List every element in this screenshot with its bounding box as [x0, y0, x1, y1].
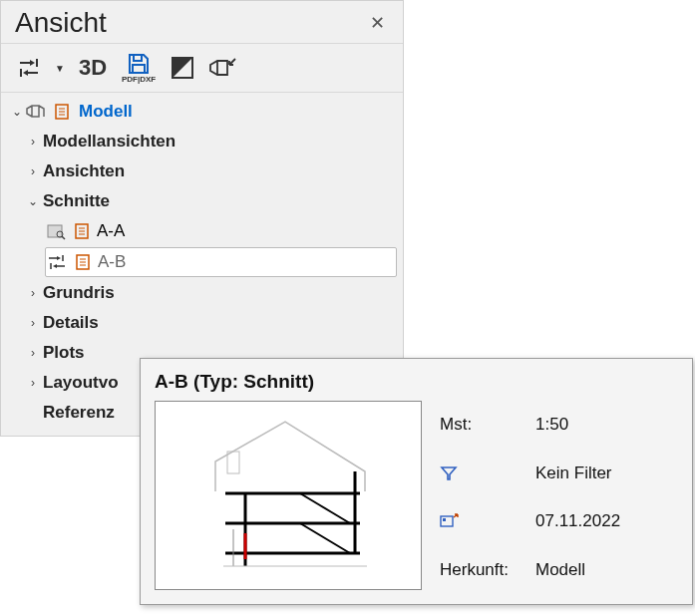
svg-rect-32: [227, 452, 239, 473]
chevron-right-icon[interactable]: ›: [25, 164, 41, 178]
tree-node-schnitte[interactable]: ⌄ Schnitte: [1, 186, 403, 216]
chevron-down-icon[interactable]: ⌄: [9, 105, 25, 119]
tree-label: Layoutvo: [43, 373, 119, 393]
sheet-icon: [51, 102, 73, 122]
tree-root-label: Modell: [79, 102, 133, 122]
tooltip-info: Mst: 1:50 Kein Filter 07.11.2022 Herkunf…: [440, 401, 620, 590]
tree-root[interactable]: ⌄ Modell: [1, 97, 403, 127]
tree-node-details[interactable]: › Details: [1, 308, 403, 338]
scale-value: 1:50: [535, 415, 620, 435]
section-preview: [155, 401, 422, 590]
sheet-icon: [72, 252, 94, 272]
svg-marker-9: [173, 58, 192, 78]
tree-label: Referenz: [43, 403, 115, 423]
export-caption: PDF|DXF: [122, 75, 156, 84]
arrows-icon: [46, 252, 68, 272]
close-icon[interactable]: ✕: [364, 10, 391, 36]
contrast-button[interactable]: [165, 50, 200, 86]
tree-label: Schnitte: [43, 191, 110, 211]
svg-marker-23: [57, 256, 61, 260]
model-icon: [25, 102, 47, 122]
chevron-right-icon[interactable]: ›: [25, 346, 41, 360]
insert-button[interactable]: [204, 50, 240, 86]
sheet-icon: [71, 221, 93, 241]
tooltip-body: Mst: 1:50 Kein Filter 07.11.2022 Herkunf…: [155, 401, 678, 590]
svg-rect-42: [441, 516, 453, 526]
tree-child-aa[interactable]: A-A: [1, 216, 403, 246]
save-icon: [126, 53, 152, 75]
svg-marker-41: [442, 467, 456, 479]
tree-label: Ansichten: [43, 161, 125, 181]
chevron-right-icon[interactable]: ›: [25, 286, 41, 300]
tree-child-label: A-A: [97, 221, 125, 241]
tree-child-ab[interactable]: A-B: [45, 247, 397, 277]
tree-node-modellansichten[interactable]: › Modellansichten: [1, 127, 403, 156]
dropdown-arrow-icon[interactable]: ▼: [51, 63, 69, 74]
panel-title: Ansicht: [15, 7, 107, 39]
preview-tooltip: A-B (Typ: Schnitt) Mst: 1:50: [140, 358, 693, 605]
tree-label: Grundris: [43, 283, 115, 303]
chevron-down-icon[interactable]: ⌄: [25, 194, 41, 208]
filter-value: Kein Filter: [535, 463, 620, 483]
tree-label: Modellansichten: [43, 132, 175, 152]
section-view-icon: [45, 221, 67, 241]
svg-rect-6: [134, 55, 142, 61]
svg-marker-1: [30, 60, 35, 66]
export-button[interactable]: PDF|DXF: [117, 50, 161, 86]
box-arrow-icon: [207, 55, 237, 81]
chevron-right-icon[interactable]: ›: [25, 135, 41, 149]
tree-node-grundrisse[interactable]: › Grundris: [1, 278, 403, 308]
svg-line-17: [62, 236, 65, 239]
collapse-expand-button[interactable]: [11, 50, 47, 86]
svg-rect-43: [443, 518, 446, 521]
scale-label: Mst:: [440, 415, 535, 435]
date-value: 07.11.2022: [535, 511, 620, 531]
date-icon: [440, 513, 535, 529]
toolbar: ▼ 3D PDF|DXF: [1, 44, 403, 93]
arrows-collapse-icon: [17, 56, 41, 80]
tree-label: Details: [43, 313, 99, 333]
tree-child-label: A-B: [98, 252, 126, 272]
svg-marker-3: [23, 70, 28, 76]
panel-header: Ansicht ✕: [1, 1, 403, 44]
origin-label: Herkunft:: [440, 560, 535, 580]
svg-marker-25: [53, 264, 57, 268]
tree-node-ansichten[interactable]: › Ansichten: [1, 156, 403, 186]
contrast-icon: [170, 55, 195, 81]
filter-icon: [440, 465, 535, 481]
three-d-button[interactable]: 3D: [73, 50, 113, 86]
house-section-icon: [156, 402, 422, 590]
svg-rect-7: [133, 65, 145, 73]
chevron-right-icon[interactable]: ›: [25, 316, 41, 330]
chevron-right-icon[interactable]: ›: [25, 376, 41, 390]
tree-label: Plots: [43, 343, 85, 363]
tooltip-title: A-B (Typ: Schnitt): [155, 371, 678, 393]
origin-value: Modell: [535, 560, 620, 580]
three-d-label: 3D: [79, 55, 107, 81]
